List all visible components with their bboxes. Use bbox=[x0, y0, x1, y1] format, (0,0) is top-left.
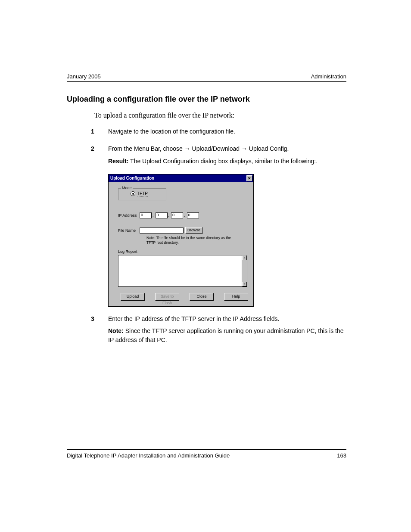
dot: . bbox=[153, 213, 154, 218]
header-date: January 2005 bbox=[67, 73, 101, 80]
step-3: 3 Enter the IP address of the TFTP serve… bbox=[91, 314, 346, 348]
arrow-icon: → bbox=[184, 145, 190, 152]
ip-octet-2[interactable]: 0 bbox=[156, 212, 168, 218]
log-report-textarea[interactable]: ▲ ▼ bbox=[118, 255, 247, 287]
close-icon[interactable]: ✕ bbox=[246, 175, 252, 181]
file-note: Note: The file should be in the same dir… bbox=[146, 236, 233, 245]
note-text: Since the TFTP server application is run… bbox=[108, 327, 344, 343]
result-text: The Upload Configuration dialog box disp… bbox=[128, 158, 318, 165]
step-number: 2 bbox=[91, 144, 108, 169]
note-label: Note: bbox=[108, 327, 124, 334]
step-2: 2 From the Menu Bar, choose → Upload/Dow… bbox=[91, 144, 346, 169]
step-number: 3 bbox=[91, 314, 108, 348]
ip-address-row: IP Address 0. 0. 0. 0 bbox=[118, 212, 248, 218]
dot: . bbox=[184, 213, 185, 218]
scroll-down-icon[interactable]: ▼ bbox=[242, 282, 247, 286]
ip-octet-4[interactable]: 0 bbox=[187, 212, 199, 218]
help-button[interactable]: Help bbox=[224, 293, 248, 301]
upload-button[interactable]: Upload bbox=[121, 293, 145, 301]
page-footer: Digital Telephone IP Adapter Installatio… bbox=[67, 449, 346, 459]
divider bbox=[67, 449, 346, 450]
save-to-flash-button[interactable]: Save to Flash bbox=[155, 293, 179, 301]
ip-octet-1[interactable]: 0 bbox=[140, 212, 152, 218]
radio-icon bbox=[131, 191, 135, 196]
dialog-button-row: Upload Save to Flash Close Help bbox=[121, 293, 248, 301]
step-1: 1 Navigate to the location of the config… bbox=[91, 127, 346, 139]
text: Upload/Download bbox=[190, 145, 241, 152]
browse-button[interactable]: Browse bbox=[185, 227, 202, 234]
scroll-up-icon[interactable]: ▲ bbox=[242, 255, 247, 260]
result-label: Result: bbox=[108, 158, 128, 165]
step-2-line1: From the Menu Bar, choose → Upload/Downl… bbox=[108, 144, 346, 153]
mode-radio-tftp[interactable]: TFTP bbox=[131, 191, 162, 196]
file-name-row: File Name Browse bbox=[118, 227, 248, 234]
intro-text: To upload a configuration file over the … bbox=[94, 112, 346, 119]
header-section: Administration bbox=[311, 73, 346, 80]
mode-legend: Mode bbox=[121, 186, 133, 190]
footer-title: Digital Telephone IP Adapter Installatio… bbox=[67, 452, 230, 459]
dialog-title: Upload Configuration bbox=[110, 176, 154, 180]
divider bbox=[67, 81, 346, 82]
file-name-label: File Name bbox=[118, 228, 140, 233]
radio-label: TFTP bbox=[137, 191, 148, 196]
step-1-text: Navigate to the location of the configur… bbox=[108, 127, 346, 136]
dot: . bbox=[168, 213, 170, 218]
file-name-input[interactable] bbox=[140, 227, 184, 233]
scrollbar[interactable]: ▲ ▼ bbox=[242, 255, 247, 286]
step-number: 1 bbox=[91, 127, 108, 139]
text: From the Menu Bar, choose bbox=[108, 145, 184, 152]
arrow-icon: → bbox=[241, 145, 247, 152]
log-report-label: Log Report bbox=[118, 249, 248, 254]
dialog-titlebar: Upload Configuration ✕ bbox=[109, 174, 253, 182]
ip-octet-3[interactable]: 0 bbox=[171, 212, 183, 218]
text: Upload Config. bbox=[247, 145, 289, 152]
ip-label: IP Address bbox=[118, 213, 140, 218]
footer-page-number: 163 bbox=[337, 452, 346, 459]
step-3-text: Enter the IP address of the TFTP server … bbox=[108, 314, 346, 323]
close-button[interactable]: Close bbox=[190, 293, 214, 301]
mode-fieldset: Mode TFTP bbox=[118, 188, 166, 200]
page-heading: Uploading a configuration file over the … bbox=[67, 95, 346, 104]
step-2-result: Result: The Upload Configuration dialog … bbox=[108, 157, 346, 165]
step-3-note: Note: Since the TFTP server application … bbox=[108, 327, 346, 344]
upload-config-dialog: Upload Configuration ✕ Mode TFTP IP Addr… bbox=[108, 174, 254, 307]
